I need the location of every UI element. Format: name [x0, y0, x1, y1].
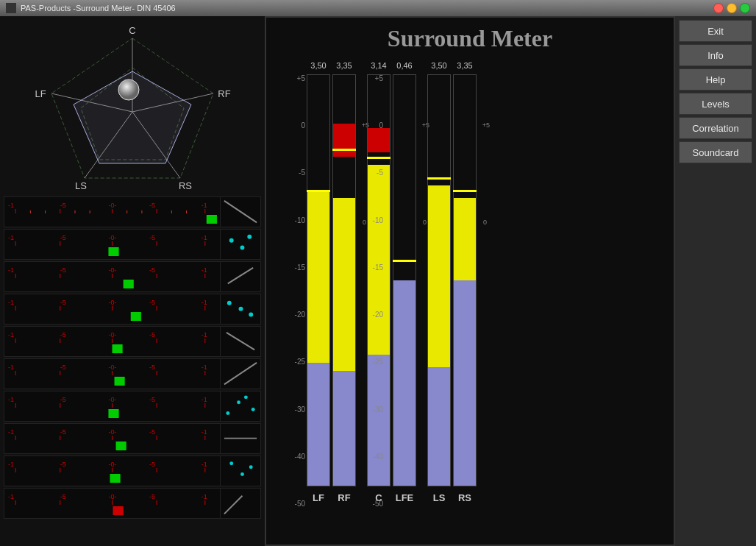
- meter-scale: -1 -5 -0- -5 -1: [4, 294, 220, 324]
- svg-point-124: [226, 411, 229, 415]
- rf-peak-value: 3,35: [336, 61, 352, 70]
- svg-rect-108: [115, 377, 125, 386]
- svg-text:-5: -5: [149, 234, 155, 241]
- svg-text:-1: -1: [8, 461, 14, 468]
- scale-label: +5: [285, 74, 305, 82]
- left-panel: C RF RS LS LF: [0, 16, 265, 546]
- main-area: C RF RS LS LF: [0, 16, 756, 546]
- svg-point-51: [240, 246, 245, 250]
- svg-rect-123: [221, 391, 260, 420]
- surround-meter-title: Surround Meter: [274, 25, 666, 52]
- ls-peak-value: 3,50: [431, 61, 446, 70]
- minimize-button[interactable]: [727, 3, 737, 13]
- svg-rect-122: [108, 409, 118, 418]
- svg-point-50: [229, 238, 234, 243]
- info-button[interactable]: Info: [679, 44, 752, 66]
- meter-scale: -1 -5 -0- -5 -1: [4, 262, 220, 291]
- svg-text:-0-: -0-: [108, 202, 116, 209]
- meter-viz-3: [220, 262, 260, 291]
- close-button[interactable]: [713, 3, 724, 13]
- svg-text:LS: LS: [75, 180, 87, 191]
- svg-text:-1: -1: [202, 299, 207, 306]
- meter-scale: -1 -5 -0- -5 -1: [4, 489, 220, 518]
- help-button[interactable]: Help: [679, 68, 752, 91]
- svg-text:-5: -5: [60, 234, 66, 241]
- svg-rect-34: [207, 215, 217, 224]
- titlebar: PAS-Products -Surround Meter- DIN 45406: [0, 0, 756, 16]
- svg-point-81: [239, 307, 243, 311]
- correlation-button[interactable]: Correlation: [679, 117, 752, 139]
- svg-rect-154: [221, 456, 260, 485]
- soundcard-button[interactable]: Soundcard: [679, 141, 752, 163]
- svg-text:-1: -1: [8, 266, 14, 274]
- svg-text:-5: -5: [149, 461, 155, 468]
- svg-rect-48: [108, 247, 118, 256]
- scale-label: -40: [285, 453, 305, 461]
- meter-row: -1 -5 -0- -5 -1: [4, 196, 261, 227]
- svg-text:-1: -1: [202, 234, 207, 241]
- scale-label: 0: [285, 121, 305, 130]
- svg-text:-1: -1: [202, 266, 207, 274]
- scale-label: -25: [285, 358, 305, 366]
- svg-text:-5: -5: [60, 202, 66, 209]
- svg-text:-0-: -0-: [108, 234, 116, 241]
- meter-scale: -1 -5 -0- -5 -1: [4, 359, 220, 389]
- svg-text:RS: RS: [179, 180, 192, 191]
- svg-text:-0-: -0-: [108, 396, 116, 403]
- svg-text:-5: -5: [60, 266, 66, 274]
- rs-label: RS: [458, 492, 471, 503]
- meter-row: -1 -5 -0- -5 -1: [4, 229, 261, 260]
- svg-text:-5: -5: [60, 461, 66, 468]
- meter-row: -1 -5 -0- -5 -1: [4, 423, 261, 454]
- svg-point-52: [247, 235, 252, 239]
- svg-text:-5: -5: [60, 364, 66, 371]
- meter-viz-7: [220, 391, 260, 421]
- svg-text:-1: -1: [202, 331, 207, 338]
- meter-scale: -1 -5 -0- -5 -1: [4, 424, 220, 453]
- svg-rect-169: [113, 506, 124, 515]
- meter-viz-9: [220, 456, 260, 486]
- meter-scale: -1 -5 -0- -5 -1: [4, 230, 220, 259]
- svg-rect-49: [221, 230, 260, 258]
- meter-row: -1 -5 -0- -5 -1: [4, 358, 261, 389]
- svg-point-125: [237, 401, 240, 405]
- svg-text:RF: RF: [218, 88, 230, 99]
- lf-peak-value: 3,50: [310, 61, 326, 70]
- meter-row: -1 -5 -0- -5 -1: [4, 455, 261, 486]
- svg-text:-1: -1: [202, 461, 207, 468]
- scale-label: -50: [285, 500, 305, 508]
- meter-row: -1 -5 -0- -5 -1: [4, 261, 261, 292]
- svg-text:-1: -1: [8, 299, 14, 306]
- svg-text:-5: -5: [60, 331, 66, 338]
- svg-text:-0-: -0-: [108, 266, 116, 274]
- svg-point-14: [118, 79, 139, 100]
- lf-label: LF: [313, 492, 324, 503]
- svg-text:-5: -5: [149, 202, 155, 209]
- svg-text:-0-: -0-: [108, 428, 116, 436]
- meter-row: -1 -5 -0- -5 -1: [4, 294, 261, 325]
- svg-text:-1: -1: [202, 202, 207, 209]
- svg-text:-0-: -0-: [108, 493, 116, 500]
- svg-text:-5: -5: [149, 331, 155, 338]
- maximize-button[interactable]: [740, 3, 750, 13]
- svg-text:-5: -5: [149, 266, 155, 274]
- meter-scale: -1 -5 -0- -5 -1: [4, 197, 220, 227]
- svg-rect-78: [131, 312, 141, 321]
- svg-text:-1: -1: [8, 234, 14, 241]
- svg-rect-94: [113, 344, 123, 353]
- levels-button[interactable]: Levels: [679, 93, 752, 115]
- scale-label: -5: [285, 169, 305, 177]
- svg-text:-5: -5: [149, 428, 155, 436]
- svg-text:-5: -5: [149, 396, 155, 403]
- exit-button[interactable]: Exit: [679, 20, 752, 42]
- polar-display: C RF RS LS LF: [22, 24, 243, 193]
- svg-text:-0-: -0-: [108, 299, 116, 306]
- scale-label: -20: [285, 311, 305, 319]
- svg-point-155: [229, 462, 233, 466]
- svg-text:-1: -1: [8, 202, 14, 209]
- svg-text:-1: -1: [8, 493, 14, 500]
- scale-label: -10: [285, 216, 305, 224]
- svg-point-127: [244, 396, 248, 400]
- meter-viz-4: [220, 294, 260, 324]
- window-title: PAS-Products -Surround Meter- DIN 45406: [21, 4, 713, 13]
